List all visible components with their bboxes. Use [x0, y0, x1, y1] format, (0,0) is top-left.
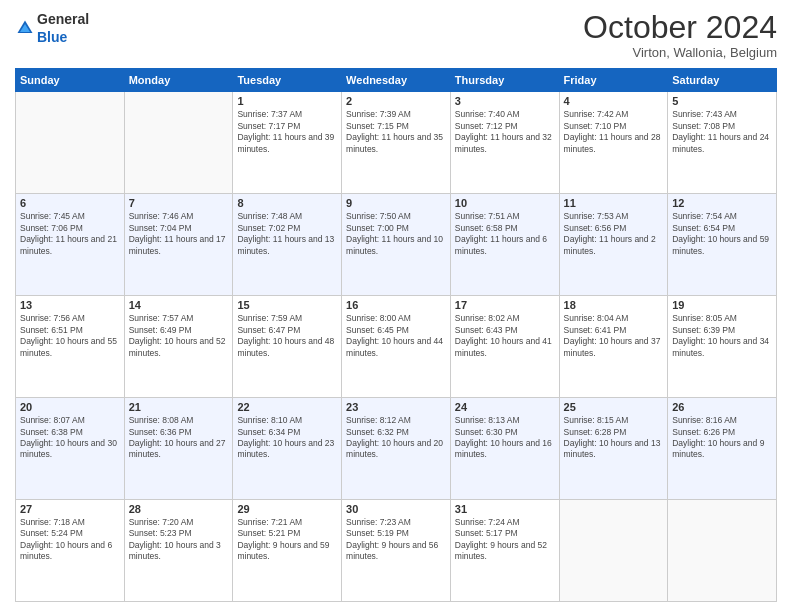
calendar-cell: 10Sunrise: 7:51 AM Sunset: 6:58 PM Dayli… — [450, 194, 559, 296]
calendar-cell: 7Sunrise: 7:46 AM Sunset: 7:04 PM Daylig… — [124, 194, 233, 296]
day-info: Sunrise: 7:54 AM Sunset: 6:54 PM Dayligh… — [672, 211, 772, 257]
weekday-sunday: Sunday — [16, 69, 125, 92]
calendar-cell: 26Sunrise: 8:16 AM Sunset: 6:26 PM Dayli… — [668, 398, 777, 500]
calendar-cell: 29Sunrise: 7:21 AM Sunset: 5:21 PM Dayli… — [233, 500, 342, 602]
weekday-header-row: SundayMondayTuesdayWednesdayThursdayFrid… — [16, 69, 777, 92]
day-info: Sunrise: 7:53 AM Sunset: 6:56 PM Dayligh… — [564, 211, 664, 257]
day-info: Sunrise: 7:45 AM Sunset: 7:06 PM Dayligh… — [20, 211, 120, 257]
weekday-wednesday: Wednesday — [342, 69, 451, 92]
calendar-cell: 30Sunrise: 7:23 AM Sunset: 5:19 PM Dayli… — [342, 500, 451, 602]
day-info: Sunrise: 8:04 AM Sunset: 6:41 PM Dayligh… — [564, 313, 664, 359]
calendar-cell: 18Sunrise: 8:04 AM Sunset: 6:41 PM Dayli… — [559, 296, 668, 398]
day-number: 24 — [455, 401, 555, 413]
weekday-monday: Monday — [124, 69, 233, 92]
day-info: Sunrise: 7:48 AM Sunset: 7:02 PM Dayligh… — [237, 211, 337, 257]
calendar-cell — [16, 92, 125, 194]
day-info: Sunrise: 8:08 AM Sunset: 6:36 PM Dayligh… — [129, 415, 229, 461]
day-number: 3 — [455, 95, 555, 107]
day-number: 10 — [455, 197, 555, 209]
calendar-cell: 3Sunrise: 7:40 AM Sunset: 7:12 PM Daylig… — [450, 92, 559, 194]
day-info: Sunrise: 7:37 AM Sunset: 7:17 PM Dayligh… — [237, 109, 337, 155]
day-info: Sunrise: 7:43 AM Sunset: 7:08 PM Dayligh… — [672, 109, 772, 155]
day-number: 28 — [129, 503, 229, 515]
day-info: Sunrise: 7:59 AM Sunset: 6:47 PM Dayligh… — [237, 313, 337, 359]
day-info: Sunrise: 7:42 AM Sunset: 7:10 PM Dayligh… — [564, 109, 664, 155]
calendar-cell: 14Sunrise: 7:57 AM Sunset: 6:49 PM Dayli… — [124, 296, 233, 398]
day-info: Sunrise: 8:16 AM Sunset: 6:26 PM Dayligh… — [672, 415, 772, 461]
weekday-friday: Friday — [559, 69, 668, 92]
calendar-cell: 17Sunrise: 8:02 AM Sunset: 6:43 PM Dayli… — [450, 296, 559, 398]
day-number: 19 — [672, 299, 772, 311]
day-number: 26 — [672, 401, 772, 413]
day-number: 8 — [237, 197, 337, 209]
calendar-cell: 20Sunrise: 8:07 AM Sunset: 6:38 PM Dayli… — [16, 398, 125, 500]
calendar-cell: 11Sunrise: 7:53 AM Sunset: 6:56 PM Dayli… — [559, 194, 668, 296]
week-row-5: 27Sunrise: 7:18 AM Sunset: 5:24 PM Dayli… — [16, 500, 777, 602]
day-number: 5 — [672, 95, 772, 107]
day-info: Sunrise: 8:15 AM Sunset: 6:28 PM Dayligh… — [564, 415, 664, 461]
day-number: 17 — [455, 299, 555, 311]
day-number: 31 — [455, 503, 555, 515]
week-row-4: 20Sunrise: 8:07 AM Sunset: 6:38 PM Dayli… — [16, 398, 777, 500]
day-info: Sunrise: 8:00 AM Sunset: 6:45 PM Dayligh… — [346, 313, 446, 359]
calendar-cell: 24Sunrise: 8:13 AM Sunset: 6:30 PM Dayli… — [450, 398, 559, 500]
day-info: Sunrise: 7:46 AM Sunset: 7:04 PM Dayligh… — [129, 211, 229, 257]
header: General Blue October 2024 Virton, Wallon… — [15, 10, 777, 60]
page: General Blue October 2024 Virton, Wallon… — [0, 0, 792, 612]
day-number: 23 — [346, 401, 446, 413]
day-number: 12 — [672, 197, 772, 209]
calendar-cell: 15Sunrise: 7:59 AM Sunset: 6:47 PM Dayli… — [233, 296, 342, 398]
day-info: Sunrise: 7:39 AM Sunset: 7:15 PM Dayligh… — [346, 109, 446, 155]
weekday-tuesday: Tuesday — [233, 69, 342, 92]
day-number: 27 — [20, 503, 120, 515]
day-number: 20 — [20, 401, 120, 413]
day-number: 30 — [346, 503, 446, 515]
title-block: October 2024 Virton, Wallonia, Belgium — [583, 10, 777, 60]
calendar-cell: 13Sunrise: 7:56 AM Sunset: 6:51 PM Dayli… — [16, 296, 125, 398]
month-title: October 2024 — [583, 10, 777, 45]
calendar-cell: 4Sunrise: 7:42 AM Sunset: 7:10 PM Daylig… — [559, 92, 668, 194]
day-info: Sunrise: 7:51 AM Sunset: 6:58 PM Dayligh… — [455, 211, 555, 257]
day-info: Sunrise: 7:18 AM Sunset: 5:24 PM Dayligh… — [20, 517, 120, 563]
week-row-1: 1Sunrise: 7:37 AM Sunset: 7:17 PM Daylig… — [16, 92, 777, 194]
day-number: 13 — [20, 299, 120, 311]
day-info: Sunrise: 7:21 AM Sunset: 5:21 PM Dayligh… — [237, 517, 337, 563]
day-number: 7 — [129, 197, 229, 209]
day-number: 4 — [564, 95, 664, 107]
day-number: 25 — [564, 401, 664, 413]
day-number: 2 — [346, 95, 446, 107]
calendar-cell — [124, 92, 233, 194]
day-number: 18 — [564, 299, 664, 311]
day-number: 9 — [346, 197, 446, 209]
day-info: Sunrise: 8:02 AM Sunset: 6:43 PM Dayligh… — [455, 313, 555, 359]
day-info: Sunrise: 7:24 AM Sunset: 5:17 PM Dayligh… — [455, 517, 555, 563]
day-number: 22 — [237, 401, 337, 413]
logo-icon — [15, 18, 35, 38]
calendar-cell: 22Sunrise: 8:10 AM Sunset: 6:34 PM Dayli… — [233, 398, 342, 500]
calendar-cell: 25Sunrise: 8:15 AM Sunset: 6:28 PM Dayli… — [559, 398, 668, 500]
day-info: Sunrise: 7:23 AM Sunset: 5:19 PM Dayligh… — [346, 517, 446, 563]
calendar-cell: 21Sunrise: 8:08 AM Sunset: 6:36 PM Dayli… — [124, 398, 233, 500]
calendar-cell: 31Sunrise: 7:24 AM Sunset: 5:17 PM Dayli… — [450, 500, 559, 602]
calendar-cell — [668, 500, 777, 602]
day-number: 6 — [20, 197, 120, 209]
calendar-cell: 19Sunrise: 8:05 AM Sunset: 6:39 PM Dayli… — [668, 296, 777, 398]
day-info: Sunrise: 7:40 AM Sunset: 7:12 PM Dayligh… — [455, 109, 555, 155]
calendar-cell: 27Sunrise: 7:18 AM Sunset: 5:24 PM Dayli… — [16, 500, 125, 602]
calendar-cell: 28Sunrise: 7:20 AM Sunset: 5:23 PM Dayli… — [124, 500, 233, 602]
day-number: 16 — [346, 299, 446, 311]
day-info: Sunrise: 8:07 AM Sunset: 6:38 PM Dayligh… — [20, 415, 120, 461]
weekday-saturday: Saturday — [668, 69, 777, 92]
calendar-cell: 5Sunrise: 7:43 AM Sunset: 7:08 PM Daylig… — [668, 92, 777, 194]
logo-blue: Blue — [37, 29, 67, 45]
day-number: 15 — [237, 299, 337, 311]
calendar-cell: 9Sunrise: 7:50 AM Sunset: 7:00 PM Daylig… — [342, 194, 451, 296]
day-number: 1 — [237, 95, 337, 107]
calendar-cell — [559, 500, 668, 602]
day-info: Sunrise: 7:57 AM Sunset: 6:49 PM Dayligh… — [129, 313, 229, 359]
day-number: 14 — [129, 299, 229, 311]
week-row-3: 13Sunrise: 7:56 AM Sunset: 6:51 PM Dayli… — [16, 296, 777, 398]
calendar-cell: 16Sunrise: 8:00 AM Sunset: 6:45 PM Dayli… — [342, 296, 451, 398]
day-number: 21 — [129, 401, 229, 413]
calendar-cell: 12Sunrise: 7:54 AM Sunset: 6:54 PM Dayli… — [668, 194, 777, 296]
